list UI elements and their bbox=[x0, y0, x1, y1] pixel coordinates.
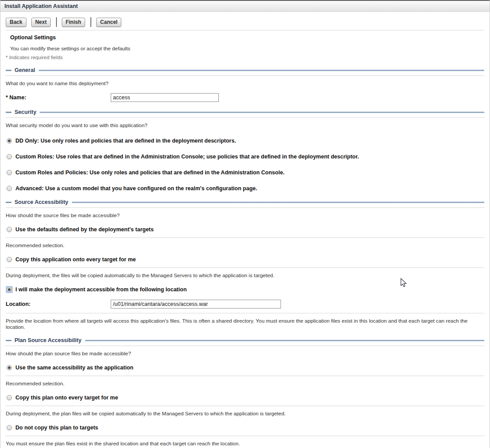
radio-label: I will make the deployment accessible fr… bbox=[15, 286, 187, 293]
radio-label: Use the same accessibility as the applic… bbox=[15, 365, 133, 371]
dotted-divider bbox=[6, 207, 484, 208]
security-question: What security model do you want to use w… bbox=[6, 122, 484, 128]
radio-copy-plan[interactable] bbox=[6, 394, 13, 401]
finish-button[interactable]: Finish bbox=[62, 18, 85, 27]
radio-option-accessible-location[interactable]: I will make the deployment accessible fr… bbox=[6, 286, 484, 293]
optional-settings-heading: Optional Settings bbox=[10, 34, 484, 41]
plan-question: How should the plan source files be made… bbox=[6, 350, 484, 357]
section-header-plan-source-accessibility: Plan Source Accessibility bbox=[6, 337, 484, 343]
radio-option-copy-application[interactable]: Copy this application onto every target … bbox=[6, 256, 484, 263]
toolbar-divider bbox=[90, 17, 91, 27]
radio-option-custom-roles[interactable]: Custom Roles: Use roles that are defined… bbox=[6, 153, 484, 160]
section-rule bbox=[39, 70, 484, 71]
plan-recommended-note: Recommended selection. bbox=[6, 380, 484, 387]
page-title: Install Application Assistant bbox=[0, 0, 490, 12]
section-title: Plan Source Accessibility bbox=[15, 337, 82, 343]
section-rule bbox=[40, 112, 484, 113]
section-title: General bbox=[15, 67, 35, 73]
optional-settings-subheading: You can modify these settings or accept … bbox=[10, 45, 484, 52]
no-copy-plan-note: You must ensure the plan files exist in … bbox=[6, 440, 484, 447]
install-assistant-panel: Install Application Assistant Back Next … bbox=[0, 0, 490, 448]
back-button[interactable]: Back bbox=[6, 18, 26, 27]
radio-option-custom-roles-policies[interactable]: Custom Roles and Policies: Use only role… bbox=[6, 169, 484, 176]
dotted-divider bbox=[6, 267, 484, 268]
radio-label: Copy this plan onto every target for me bbox=[15, 395, 118, 401]
radio-label: Do not copy this plan to targets bbox=[15, 425, 98, 431]
location-form-row: Location: bbox=[6, 300, 484, 309]
copy-plan-note: During deployment, the plan files will b… bbox=[6, 410, 484, 417]
dotted-divider bbox=[6, 313, 484, 313]
source-question: How should the source files be made acce… bbox=[6, 212, 484, 218]
dotted-divider bbox=[6, 406, 484, 406]
radio-option-copy-plan[interactable]: Copy this plan onto every target for me bbox=[6, 394, 484, 401]
section-header-security: Security bbox=[6, 109, 484, 115]
radio-no-copy-plan[interactable] bbox=[6, 424, 13, 431]
dotted-divider bbox=[6, 376, 484, 376]
radio-option-dd-only[interactable]: DD Only: Use only roles and policies tha… bbox=[6, 137, 484, 144]
cancel-button[interactable]: Cancel bbox=[96, 18, 121, 27]
dotted-divider bbox=[6, 75, 484, 76]
dotted-divider bbox=[6, 436, 484, 436]
name-label: * Name: bbox=[6, 94, 111, 101]
radio-option-same-accessibility[interactable]: Use the same accessibility as the applic… bbox=[6, 364, 484, 371]
radio-advanced[interactable] bbox=[6, 185, 13, 192]
location-note: Provide the location from where all targ… bbox=[6, 318, 484, 330]
assistant-content: Back Next Finish Cancel Optional Setting… bbox=[0, 17, 490, 448]
section-title: Source Accessibility bbox=[15, 199, 68, 205]
radio-label: Copy this application onto every target … bbox=[15, 256, 136, 263]
dotted-divider bbox=[6, 237, 484, 238]
section-rule bbox=[85, 340, 484, 341]
radio-label: Use the defaults defined by the deployme… bbox=[15, 226, 153, 233]
name-form-row: * Name: bbox=[6, 93, 484, 102]
general-question: What do you want to name this deployment… bbox=[6, 80, 484, 87]
section-header-source-accessibility: Source Accessibility bbox=[6, 199, 484, 205]
section-dash bbox=[6, 112, 11, 113]
dotted-divider bbox=[6, 346, 484, 346]
location-input[interactable] bbox=[111, 300, 281, 309]
copy-application-note: During deployment, the files will be cop… bbox=[6, 272, 484, 279]
section-rule bbox=[72, 202, 484, 203]
dotted-divider bbox=[6, 117, 484, 118]
section-header-general: General bbox=[6, 67, 484, 73]
location-label: Location: bbox=[6, 301, 111, 307]
recommended-note: Recommended selection. bbox=[6, 242, 484, 248]
section-dash bbox=[6, 340, 11, 341]
dotted-divider bbox=[6, 30, 484, 30]
required-fields-note: * Indicates required fields bbox=[6, 55, 484, 60]
radio-custom-roles[interactable] bbox=[6, 153, 13, 160]
radio-same-accessibility[interactable] bbox=[6, 364, 13, 371]
radio-dd-only[interactable] bbox=[6, 137, 13, 144]
toolbar-divider bbox=[56, 17, 57, 27]
radio-label: Custom Roles: Use roles that are defined… bbox=[15, 154, 359, 160]
radio-option-no-copy-plan[interactable]: Do not copy this plan to targets bbox=[6, 424, 484, 431]
radio-option-advanced[interactable]: Advanced: Use a custom model that you ha… bbox=[6, 185, 484, 192]
radio-copy-application[interactable] bbox=[6, 256, 13, 263]
top-toolbar: Back Next Finish Cancel bbox=[6, 17, 484, 27]
radio-label: DD Only: Use only roles and policies tha… bbox=[15, 138, 236, 144]
section-dash bbox=[6, 202, 11, 203]
radio-option-use-defaults[interactable]: Use the defaults defined by the deployme… bbox=[6, 226, 484, 233]
next-button[interactable]: Next bbox=[31, 18, 51, 27]
radio-label: Advanced: Use a custom model that you ha… bbox=[15, 185, 257, 192]
section-title: Security bbox=[15, 109, 36, 115]
section-dash bbox=[6, 70, 11, 71]
radio-use-defaults[interactable] bbox=[6, 226, 13, 233]
radio-label: Custom Roles and Policies: Use only role… bbox=[15, 169, 284, 176]
name-input[interactable] bbox=[111, 93, 219, 102]
radio-custom-roles-policies[interactable] bbox=[6, 169, 13, 176]
radio-accessible-location[interactable] bbox=[6, 286, 13, 293]
